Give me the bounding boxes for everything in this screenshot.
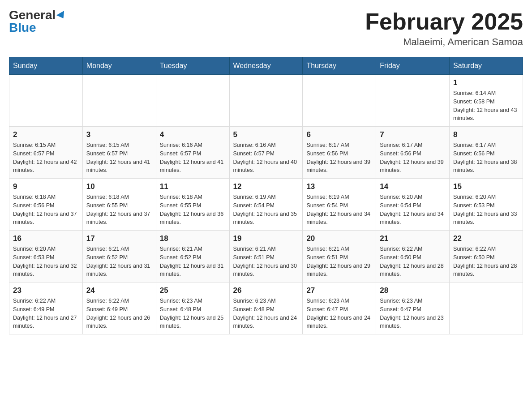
header-tuesday: Tuesday [156, 57, 229, 75]
week-row-2: 9Sunrise: 6:18 AM Sunset: 6:56 PM Daylig… [9, 179, 523, 231]
day-info: Sunrise: 6:16 AM Sunset: 6:57 PM Dayligh… [233, 141, 299, 175]
calendar-cell: 22Sunrise: 6:22 AM Sunset: 6:50 PM Dayli… [450, 231, 523, 283]
day-info: Sunrise: 6:23 AM Sunset: 6:47 PM Dayligh… [380, 297, 446, 330]
day-number: 11 [160, 182, 226, 191]
calendar-header: Sunday Monday Tuesday Wednesday Thursday… [9, 57, 523, 75]
day-number: 2 [13, 130, 79, 139]
calendar-cell: 17Sunrise: 6:21 AM Sunset: 6:52 PM Dayli… [82, 231, 156, 283]
calendar-cell: 3Sunrise: 6:15 AM Sunset: 6:57 PM Daylig… [82, 127, 156, 179]
logo-arrow-icon [56, 11, 67, 21]
day-number: 5 [233, 130, 299, 139]
header-thursday: Thursday [303, 57, 376, 75]
calendar-cell: 2Sunrise: 6:15 AM Sunset: 6:57 PM Daylig… [9, 127, 83, 179]
day-info: Sunrise: 6:21 AM Sunset: 6:52 PM Dayligh… [160, 245, 226, 278]
calendar-cell: 20Sunrise: 6:21 AM Sunset: 6:51 PM Dayli… [303, 231, 376, 283]
calendar-cell: 15Sunrise: 6:20 AM Sunset: 6:53 PM Dayli… [450, 179, 523, 231]
day-info: Sunrise: 6:18 AM Sunset: 6:55 PM Dayligh… [160, 193, 226, 227]
week-row-0: 1Sunrise: 6:14 AM Sunset: 6:58 PM Daylig… [9, 75, 523, 127]
day-number: 23 [13, 286, 79, 295]
day-number: 9 [13, 182, 79, 191]
logo-top-row: General [9, 9, 66, 21]
day-number: 24 [86, 286, 152, 295]
calendar-table: Sunday Monday Tuesday Wednesday Thursday… [9, 57, 523, 334]
calendar-cell: 8Sunrise: 6:17 AM Sunset: 6:56 PM Daylig… [450, 127, 523, 179]
day-number: 8 [453, 130, 519, 139]
calendar-cell: 18Sunrise: 6:21 AM Sunset: 6:52 PM Dayli… [156, 231, 229, 283]
calendar-cell [9, 75, 83, 127]
day-number: 13 [306, 182, 372, 191]
day-number: 26 [233, 286, 299, 295]
calendar-cell: 4Sunrise: 6:16 AM Sunset: 6:57 PM Daylig… [156, 127, 229, 179]
calendar-title: February 2025 [365, 9, 523, 34]
day-number: 15 [453, 182, 519, 191]
calendar-cell: 12Sunrise: 6:19 AM Sunset: 6:54 PM Dayli… [229, 179, 303, 231]
day-number: 18 [160, 234, 226, 243]
day-number: 3 [86, 130, 152, 139]
day-number: 10 [86, 182, 152, 191]
day-info: Sunrise: 6:22 AM Sunset: 6:50 PM Dayligh… [453, 245, 519, 278]
calendar-cell [376, 75, 450, 127]
day-number: 12 [233, 182, 299, 191]
day-info: Sunrise: 6:23 AM Sunset: 6:48 PM Dayligh… [160, 297, 226, 330]
calendar-cell [303, 75, 376, 127]
day-info: Sunrise: 6:15 AM Sunset: 6:57 PM Dayligh… [13, 141, 79, 175]
week-row-3: 16Sunrise: 6:20 AM Sunset: 6:53 PM Dayli… [9, 231, 523, 283]
calendar-cell: 9Sunrise: 6:18 AM Sunset: 6:56 PM Daylig… [9, 179, 83, 231]
day-info: Sunrise: 6:20 AM Sunset: 6:53 PM Dayligh… [13, 245, 79, 278]
logo-general-text: General [9, 8, 56, 22]
calendar-cell: 27Sunrise: 6:23 AM Sunset: 6:47 PM Dayli… [303, 283, 376, 334]
day-info: Sunrise: 6:20 AM Sunset: 6:53 PM Dayligh… [453, 193, 519, 227]
day-info: Sunrise: 6:21 AM Sunset: 6:52 PM Dayligh… [86, 245, 152, 278]
calendar-cell [82, 75, 156, 127]
calendar-cell: 25Sunrise: 6:23 AM Sunset: 6:48 PM Dayli… [156, 283, 229, 334]
calendar-cell: 28Sunrise: 6:23 AM Sunset: 6:47 PM Dayli… [376, 283, 450, 334]
day-number: 17 [86, 234, 152, 243]
page-header: General Blue February 2025 Malaeimi, Ame… [9, 9, 523, 48]
calendar-cell: 21Sunrise: 6:22 AM Sunset: 6:50 PM Dayli… [376, 231, 450, 283]
day-number: 4 [160, 130, 226, 139]
day-number: 19 [233, 234, 299, 243]
header-monday: Monday [82, 57, 156, 75]
day-number: 1 [453, 78, 519, 87]
day-info: Sunrise: 6:18 AM Sunset: 6:55 PM Dayligh… [86, 193, 152, 227]
day-info: Sunrise: 6:19 AM Sunset: 6:54 PM Dayligh… [306, 193, 372, 227]
day-info: Sunrise: 6:17 AM Sunset: 6:56 PM Dayligh… [306, 141, 372, 175]
calendar-cell: 24Sunrise: 6:22 AM Sunset: 6:49 PM Dayli… [82, 283, 156, 334]
calendar-cell: 19Sunrise: 6:21 AM Sunset: 6:51 PM Dayli… [229, 231, 303, 283]
calendar-cell: 7Sunrise: 6:17 AM Sunset: 6:56 PM Daylig… [376, 127, 450, 179]
day-info: Sunrise: 6:16 AM Sunset: 6:57 PM Dayligh… [160, 141, 226, 175]
day-number: 6 [306, 130, 372, 139]
calendar-cell: 11Sunrise: 6:18 AM Sunset: 6:55 PM Dayli… [156, 179, 229, 231]
calendar-cell: 26Sunrise: 6:23 AM Sunset: 6:48 PM Dayli… [229, 283, 303, 334]
week-row-1: 2Sunrise: 6:15 AM Sunset: 6:57 PM Daylig… [9, 127, 523, 179]
day-number: 14 [380, 182, 446, 191]
header-row: Sunday Monday Tuesday Wednesday Thursday… [9, 57, 523, 75]
day-number: 20 [306, 234, 372, 243]
day-info: Sunrise: 6:18 AM Sunset: 6:56 PM Dayligh… [13, 193, 79, 227]
header-friday: Friday [376, 57, 450, 75]
calendar-cell: 1Sunrise: 6:14 AM Sunset: 6:58 PM Daylig… [450, 75, 523, 127]
day-info: Sunrise: 6:23 AM Sunset: 6:48 PM Dayligh… [233, 297, 299, 330]
day-info: Sunrise: 6:15 AM Sunset: 6:57 PM Dayligh… [86, 141, 152, 175]
day-number: 28 [380, 286, 446, 295]
day-info: Sunrise: 6:22 AM Sunset: 6:50 PM Dayligh… [380, 245, 446, 278]
header-sunday: Sunday [9, 57, 83, 75]
day-number: 21 [380, 234, 446, 243]
calendar-cell: 5Sunrise: 6:16 AM Sunset: 6:57 PM Daylig… [229, 127, 303, 179]
calendar-cell: 13Sunrise: 6:19 AM Sunset: 6:54 PM Dayli… [303, 179, 376, 231]
day-info: Sunrise: 6:21 AM Sunset: 6:51 PM Dayligh… [233, 245, 299, 278]
calendar-body: 1Sunrise: 6:14 AM Sunset: 6:58 PM Daylig… [9, 75, 523, 334]
day-number: 25 [160, 286, 226, 295]
calendar-cell [450, 283, 523, 334]
calendar-cell: 23Sunrise: 6:22 AM Sunset: 6:49 PM Dayli… [9, 283, 83, 334]
calendar-cell: 14Sunrise: 6:20 AM Sunset: 6:54 PM Dayli… [376, 179, 450, 231]
day-info: Sunrise: 6:23 AM Sunset: 6:47 PM Dayligh… [306, 297, 372, 330]
day-info: Sunrise: 6:19 AM Sunset: 6:54 PM Dayligh… [233, 193, 299, 227]
calendar-cell [229, 75, 303, 127]
logo: General Blue [9, 9, 66, 34]
calendar-cell [156, 75, 229, 127]
calendar-cell: 16Sunrise: 6:20 AM Sunset: 6:53 PM Dayli… [9, 231, 83, 283]
day-info: Sunrise: 6:14 AM Sunset: 6:58 PM Dayligh… [453, 89, 519, 123]
day-info: Sunrise: 6:17 AM Sunset: 6:56 PM Dayligh… [453, 141, 519, 175]
title-section: February 2025 Malaeimi, American Samoa [365, 9, 523, 48]
